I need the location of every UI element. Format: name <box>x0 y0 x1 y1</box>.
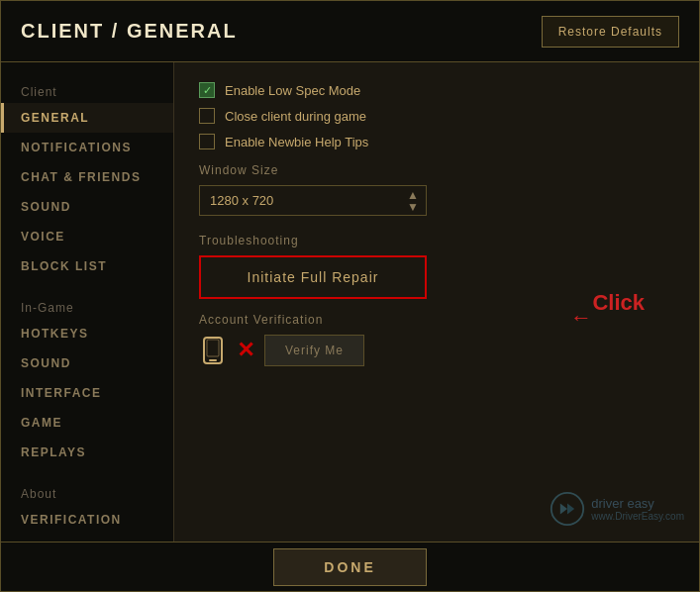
checkbox-newbie-help-label: Enable Newbie Help Tips <box>225 135 368 149</box>
checkbox-low-spec-label: Enable Low Spec Mode <box>225 83 360 98</box>
title-main: GENERAL <box>127 20 238 42</box>
footer: DONE <box>1 542 699 591</box>
header: CLIENT / GENERAL Restore Defaults <box>1 1 699 62</box>
driver-easy-logo <box>550 491 585 527</box>
sidebar-item-hotkeys[interactable]: HOTKEYS <box>1 319 173 348</box>
sidebar-item-sound-ig[interactable]: SOUND <box>1 348 173 378</box>
phone-icon <box>199 337 227 364</box>
sidebar-ingame-section: In-Game <box>1 293 173 319</box>
sidebar-item-general[interactable]: GENERAL <box>1 103 173 133</box>
x-icon: ✕ <box>237 338 254 363</box>
verify-me-button[interactable]: Verify Me <box>264 335 364 366</box>
sidebar-item-game[interactable]: GAME <box>1 408 173 438</box>
sidebar-about-section: About <box>1 479 173 505</box>
checkbox-newbie-help-box[interactable] <box>199 134 215 149</box>
sidebar-item-chat-friends[interactable]: CHAT & FRIENDS <box>1 162 173 192</box>
brand-url: www.DriverEasy.com <box>591 511 684 522</box>
click-label: Click <box>592 290 645 315</box>
checkbox-close-client[interactable]: Close client during game <box>199 108 674 124</box>
sidebar-item-verification[interactable]: VERIFICATION <box>1 505 173 535</box>
title-prefix: CLIENT / <box>21 20 127 42</box>
sidebar-item-replays[interactable]: REPLAYS <box>1 438 173 467</box>
checkbox-newbie-help[interactable]: Enable Newbie Help Tips <box>199 134 674 149</box>
app-window: CLIENT / GENERAL Restore Defaults Client… <box>0 0 700 592</box>
sidebar-item-notifications[interactable]: NOTIFICATIONS <box>1 133 173 162</box>
watermark: driver easy www.DriverEasy.com <box>550 491 684 527</box>
window-size-select[interactable]: 1280 x 720 1920 x 1080 1024 x 768 <box>199 185 427 216</box>
sidebar-item-sound[interactable]: SOUND <box>1 192 173 222</box>
brand-name: driver easy <box>591 496 684 511</box>
watermark-text-block: driver easy www.DriverEasy.com <box>591 496 684 522</box>
account-verification-section: Account Verification ✕ Verify Me <box>199 313 674 366</box>
checkbox-low-spec[interactable]: Enable Low Spec Mode <box>199 82 674 98</box>
restore-defaults-button[interactable]: Restore Defaults <box>542 16 679 48</box>
verify-row: ✕ Verify Me <box>199 335 674 366</box>
checkbox-low-spec-box[interactable] <box>199 82 215 98</box>
checkbox-close-client-box[interactable] <box>199 108 215 124</box>
initiate-repair-button[interactable]: Initiate Full Repair <box>199 255 427 299</box>
sidebar-item-block-list[interactable]: BLOCK LIST <box>1 251 173 281</box>
troubleshooting-label: Troubleshooting <box>199 234 674 247</box>
svg-rect-1 <box>209 359 217 361</box>
sidebar-client-section: Client <box>1 77 173 103</box>
content-area: Enable Low Spec Mode Close client during… <box>174 62 699 542</box>
checkbox-close-client-label: Close client during game <box>225 109 366 124</box>
window-size-label: Window Size <box>199 163 674 177</box>
page-title: CLIENT / GENERAL <box>21 20 238 43</box>
svg-rect-2 <box>207 340 219 356</box>
account-verification-label: Account Verification <box>199 313 674 327</box>
window-size-wrapper: 1280 x 720 1920 x 1080 1024 x 768 ▲▼ <box>199 185 427 216</box>
main-layout: Client GENERAL NOTIFICATIONS CHAT & FRIE… <box>1 62 699 542</box>
sidebar-item-voice[interactable]: VOICE <box>1 222 173 251</box>
sidebar-item-interface[interactable]: INTERFACE <box>1 378 173 408</box>
sidebar: Client GENERAL NOTIFICATIONS CHAT & FRIE… <box>1 62 174 542</box>
done-button[interactable]: DONE <box>273 548 426 586</box>
